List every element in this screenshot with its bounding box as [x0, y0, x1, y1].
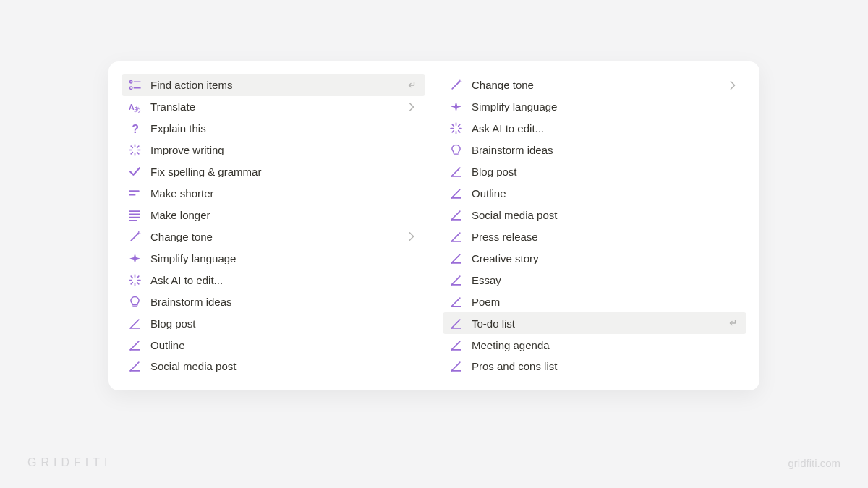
menu-item-label: Social media post	[472, 210, 739, 221]
check-icon	[127, 165, 142, 179]
menu-item[interactable]: Ask AI to edit...	[122, 269, 425, 291]
menu-item-label: Brainstorm ideas	[472, 145, 739, 155]
menu-item[interactable]: Social media post	[122, 356, 425, 377]
lines-short-icon	[127, 187, 142, 201]
chevron-right-icon	[405, 100, 418, 114]
menu-item-label: To-do list	[472, 318, 726, 329]
sparkle-icon	[127, 251, 142, 265]
menu-item-label: Explain this	[150, 123, 418, 134]
menu-item[interactable]: Make longer	[122, 205, 425, 226]
pencil-draft-icon	[448, 229, 463, 244]
menu-item-label: Translate	[150, 101, 405, 112]
pencil-draft-icon	[127, 359, 142, 374]
menu-item[interactable]: Make shorter	[122, 183, 425, 205]
sparkle-icon	[448, 100, 463, 114]
menu-item[interactable]: Translate	[122, 96, 425, 118]
enter-key-icon	[405, 79, 418, 92]
pencil-draft-icon	[448, 316, 463, 330]
menu-item[interactable]: To-do list	[443, 312, 746, 334]
menu-item-label: Simplify language	[472, 101, 739, 112]
menu-item[interactable]: Blog post	[122, 312, 425, 334]
chevron-right-icon	[726, 79, 739, 92]
sparkle-burst-icon	[127, 143, 142, 158]
pencil-draft-icon	[448, 165, 463, 179]
menu-item[interactable]: Ask AI to edit...	[443, 118, 746, 140]
wand-icon	[127, 229, 142, 244]
lines-long-icon	[127, 207, 142, 222]
menu-item[interactable]: Fix spelling & grammar	[122, 161, 425, 183]
menu-item[interactable]: Find action items	[122, 74, 425, 96]
menu-item[interactable]: Pros and cons list	[443, 356, 746, 377]
menu-item[interactable]: Improve writing	[122, 140, 425, 161]
menu-item[interactable]: Outline	[122, 334, 425, 356]
question-icon	[127, 121, 142, 136]
menu-item-label: Make shorter	[150, 188, 418, 199]
pencil-draft-icon	[448, 251, 463, 265]
sparkle-burst-icon	[448, 121, 463, 136]
enter-key-icon	[726, 317, 739, 330]
menu-item[interactable]: Creative story	[443, 247, 746, 269]
pencil-draft-icon	[448, 273, 463, 287]
menu-columns: Find action itemsTranslateExplain thisIm…	[122, 74, 746, 377]
menu-item-label: Outline	[472, 188, 739, 199]
menu-item[interactable]: Brainstorm ideas	[122, 291, 425, 312]
chevron-right-icon	[405, 230, 418, 243]
menu-item-label: Social media post	[150, 361, 418, 372]
menu-item[interactable]: Poem	[443, 291, 746, 312]
pencil-draft-icon	[127, 338, 142, 352]
pencil-draft-icon	[127, 316, 142, 330]
menu-item-label: Fix spelling & grammar	[150, 166, 418, 177]
menu-item[interactable]: Explain this	[122, 118, 425, 140]
menu-item-label: Pros and cons list	[472, 361, 739, 372]
menu-item[interactable]: Simplify language	[122, 247, 425, 269]
menu-item[interactable]: Blog post	[443, 161, 746, 183]
sparkle-burst-icon	[127, 273, 142, 287]
menu-item-label: Change tone	[150, 231, 405, 242]
menu-item-label: Change tone	[472, 80, 726, 90]
menu-item[interactable]: Brainstorm ideas	[443, 140, 746, 161]
menu-item-label: Make longer	[150, 210, 418, 221]
menu-item-label: Outline	[150, 340, 418, 351]
brand-watermark: GRIDFITI	[27, 456, 111, 469]
menu-item-label: Improve writing	[150, 145, 418, 155]
menu-item-label: Blog post	[472, 166, 739, 177]
menu-item-label: Creative story	[472, 253, 739, 264]
pencil-draft-icon	[448, 294, 463, 309]
menu-item[interactable]: Change tone	[122, 226, 425, 247]
menu-item-label: Meeting agenda	[472, 340, 739, 351]
menu-item[interactable]: Outline	[443, 183, 746, 205]
pencil-draft-icon	[448, 338, 463, 352]
menu-item-label: Ask AI to edit...	[472, 123, 739, 134]
menu-item-label: Essay	[472, 275, 739, 286]
list-check-icon	[127, 78, 142, 93]
menu-item[interactable]: Social media post	[443, 205, 746, 226]
menu-item-label: Brainstorm ideas	[150, 296, 418, 307]
brand-url: gridfiti.com	[788, 457, 841, 469]
bulb-icon	[448, 143, 463, 158]
menu-item-label: Simplify language	[150, 253, 418, 264]
menu-item-label: Poem	[472, 296, 739, 307]
pencil-draft-icon	[448, 359, 463, 374]
translate-icon	[127, 100, 142, 114]
menu-item[interactable]: Essay	[443, 269, 746, 291]
menu-item-label: Ask AI to edit...	[150, 275, 418, 286]
menu-item[interactable]: Meeting agenda	[443, 334, 746, 356]
menu-item-label: Press release	[472, 231, 739, 242]
menu-item-label: Blog post	[150, 318, 418, 329]
menu-column-right: Change toneSimplify languageAsk AI to ed…	[443, 74, 746, 377]
ai-menu-card: Find action itemsTranslateExplain thisIm…	[109, 61, 760, 390]
menu-item-label: Find action items	[150, 80, 405, 90]
bulb-icon	[127, 294, 142, 309]
menu-item[interactable]: Change tone	[443, 74, 746, 96]
menu-column-left: Find action itemsTranslateExplain thisIm…	[122, 74, 425, 377]
menu-item[interactable]: Press release	[443, 226, 746, 247]
pencil-draft-icon	[448, 207, 463, 222]
menu-item[interactable]: Simplify language	[443, 96, 746, 118]
wand-icon	[448, 78, 463, 93]
pencil-draft-icon	[448, 187, 463, 201]
